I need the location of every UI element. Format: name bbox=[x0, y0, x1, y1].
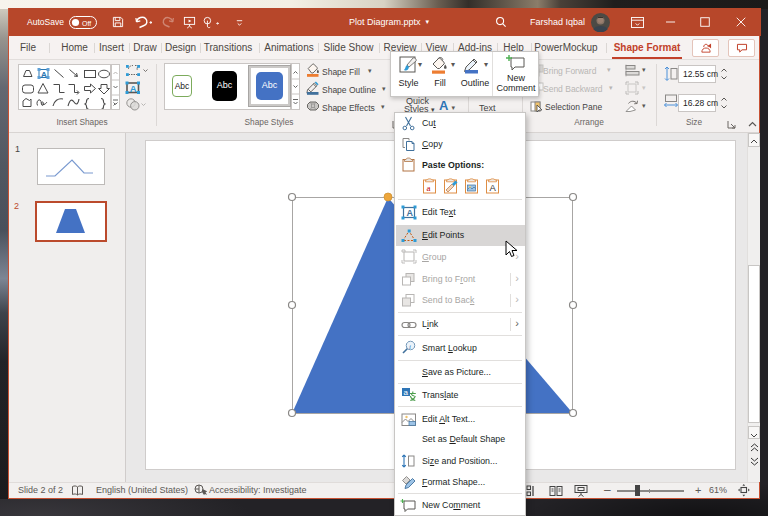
svg-text:A: A bbox=[130, 83, 137, 94]
svg-text:A: A bbox=[407, 208, 414, 218]
svg-text:i: i bbox=[409, 343, 411, 351]
svg-text:A: A bbox=[490, 182, 497, 193]
svg-text:a: a bbox=[427, 183, 431, 193]
svg-text:Off: Off bbox=[82, 19, 91, 26]
svg-text:A: A bbox=[41, 70, 47, 79]
svg-text:a: a bbox=[404, 388, 409, 397]
